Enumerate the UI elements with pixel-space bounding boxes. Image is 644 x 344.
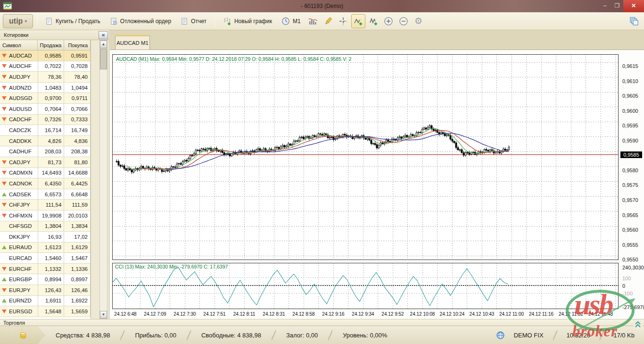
quote-bid: 16,93	[38, 232, 65, 242]
no-trend-icon	[1, 149, 7, 154]
minimize-button[interactable]: –	[599, 0, 611, 12]
zoom-out-button[interactable]	[396, 14, 411, 28]
quote-bid: 1,1332	[38, 264, 65, 274]
time-tick-label: 24.12 11:48	[583, 311, 619, 317]
quote-symbol: CADCHF	[9, 117, 32, 122]
add-oscillator-button[interactable]	[366, 14, 380, 28]
window-title: - 601193 (Demo)	[0, 0, 644, 12]
main-toolbar: utip ▾ Купить / Продать Отложенный ордер…	[0, 12, 644, 30]
no-trend-icon	[1, 139, 7, 143]
cascade-windows-button[interactable]	[628, 15, 640, 27]
quote-row-eurchf[interactable]: EURCHF1,13321,1336	[0, 264, 91, 275]
no-trend-icon	[1, 224, 7, 228]
chart-area: AUDCAD (M1) Max: 0,9594 Min: 0,9577 D: 2…	[110, 50, 644, 319]
indicators-histogram-button[interactable]	[306, 14, 320, 28]
quote-row-cadhuf[interactable]: CADHUF208,03208,38	[0, 146, 91, 157]
column-header-ask[interactable]: Покупка	[64, 40, 91, 50]
quotes-table: Символ Продажа Покупка AUDCAD0,95850,959…	[0, 40, 91, 319]
connection-globe-icon	[496, 331, 504, 339]
gear-icon: ⚙	[414, 17, 422, 25]
settings-button[interactable]: ⚙	[412, 14, 426, 28]
status-traffic: 17/0 Kb	[604, 332, 644, 339]
buy-sell-button[interactable]: Купить / Продать	[41, 14, 105, 28]
menu-label: utip	[9, 17, 23, 25]
quote-row-cadnok[interactable]: CADNOK6,43506,4425	[0, 178, 91, 189]
status-profit: Прибыль: 0,00	[124, 332, 187, 339]
histogram-icon	[308, 17, 318, 25]
quote-row-euraud[interactable]: EURAUD1,61231,6129	[0, 243, 91, 253]
quote-ask: 1,6129	[64, 243, 91, 253]
price-tick-label: 0,9595	[622, 123, 644, 128]
quote-row-eurcad[interactable]: EURCAD1,54601,5467	[0, 253, 91, 264]
new-chart-button[interactable]: Новый график	[219, 14, 276, 28]
quote-row-chfsgd[interactable]: CHFSGD1,38041,3834	[0, 221, 91, 232]
quote-row-cadchf[interactable]: CADCHF0,73260,7333	[0, 115, 91, 126]
quote-row-dkkjpy[interactable]: DKKJPY16,9317,02	[0, 232, 91, 243]
price-chart-canvas[interactable]: AUDCAD (M1) Max: 0,9594 Min: 0,9577 D: 2…	[112, 54, 619, 260]
quote-row-chfmxn[interactable]: CHFMXN19,990820,0103	[0, 210, 91, 221]
add-indicator-button[interactable]	[351, 14, 365, 28]
quote-row-cadsek[interactable]: CADSEK6,65736,6648	[0, 189, 91, 200]
scroll-up-button[interactable]: ▲	[100, 41, 107, 48]
cci-tick-label: -100	[622, 291, 644, 296]
quote-row-audcad[interactable]: AUDCAD0,95850,9591	[0, 50, 91, 61]
menu-button[interactable]: utip ▾	[3, 14, 33, 28]
quote-row-eurjpy[interactable]: EURJPY126,43126,46	[0, 285, 91, 296]
zoom-in-button[interactable]	[381, 14, 396, 28]
trend-down-icon	[1, 267, 7, 271]
quote-symbol: CADSEK	[9, 192, 31, 197]
quote-row-eursgd[interactable]: EURSGD1,56481,5659	[0, 306, 91, 317]
cci-chart-canvas[interactable]: CCI (13) Max: 240,3030 Min: -279,6970 C:…	[112, 263, 619, 309]
scroll-thumb[interactable]	[100, 49, 107, 69]
column-header-bid[interactable]: Продажа	[38, 40, 64, 50]
draw-button[interactable]	[321, 14, 335, 28]
quote-bid: 1,5648	[38, 306, 65, 317]
quote-symbol: EURGBP	[9, 277, 32, 282]
tab-audcad-m1[interactable]: AUDCAD M1	[115, 35, 150, 50]
quote-ask: 20,0103	[64, 210, 91, 221]
quotes-body: AUDCAD0,95850,9591AUDCHF0,70220,7028AUDJ…	[0, 50, 91, 317]
pending-order-button[interactable]: Отложенный ордер	[106, 14, 175, 28]
quote-ask: 14,6688	[64, 168, 91, 178]
quote-row-caddkk[interactable]: CADDKK4,8264,836	[0, 136, 91, 147]
quote-bid: 208,03	[38, 146, 65, 157]
quote-row-audjpy[interactable]: AUDJPY78,3678,40	[0, 72, 91, 83]
report-icon	[181, 17, 188, 25]
quote-ask: 126,46	[64, 285, 91, 295]
current-price-badge: 0,9585	[620, 151, 642, 158]
quote-bid: 126,43	[38, 285, 65, 295]
trade-panel-header[interactable]: Торговля	[0, 319, 644, 326]
quote-row-audchf[interactable]: AUDCHF0,70220,7028	[0, 61, 91, 72]
column-header-symbol[interactable]: Символ	[0, 40, 38, 50]
cascade-windows-icon	[629, 17, 639, 26]
quote-bid: 81,73	[38, 157, 65, 168]
quote-symbol: CADHUF	[9, 149, 32, 154]
quote-row-audnzd[interactable]: AUDNZD1,04831,0494	[0, 83, 91, 93]
quote-row-eurnzd[interactable]: EURNZD1,69111,6922	[0, 296, 91, 307]
quote-row-chfjpy[interactable]: CHFJPY111,54111,59	[0, 200, 91, 210]
trend-down-icon	[1, 107, 7, 111]
quote-row-cadczk[interactable]: CADCZK16,71416,749	[0, 125, 91, 136]
quote-ask: 1,6922	[64, 296, 91, 306]
restore-button[interactable]: ❐	[611, 0, 623, 12]
quote-row-cadmxn[interactable]: CADMXN14,649314,6688	[0, 168, 91, 179]
quotes-scrollbar[interactable]: ▲ ▼	[99, 40, 107, 319]
expand-panel-button[interactable]	[633, 319, 643, 329]
quote-row-eurgbp[interactable]: EURGBP0,89940,8997	[0, 274, 91, 285]
quote-ask: 1,5467	[64, 253, 91, 263]
scroll-down-button[interactable]: ▼	[100, 311, 107, 319]
quote-ask: 4,836	[64, 136, 91, 146]
quote-symbol: AUDUSD	[9, 106, 32, 112]
status-level: Уровень: 0,00%	[332, 332, 397, 339]
quote-row-audsgd[interactable]: AUDSGD0,97000,9711	[0, 93, 91, 104]
quote-row-cadjpy[interactable]: CADJPY81,7381,80	[0, 157, 91, 168]
status-time: 10:52:20	[557, 332, 600, 339]
crosshair-button[interactable]	[336, 14, 350, 28]
close-button[interactable]: ✕	[623, 0, 644, 12]
collapse-panel-button[interactable]: «	[99, 31, 108, 39]
quote-ask: 111,59	[64, 200, 91, 210]
quote-bid: 1,0483	[38, 83, 65, 93]
report-button[interactable]: Отчет	[176, 14, 211, 28]
quote-row-audusd[interactable]: AUDUSD0,70640,7066	[0, 104, 91, 115]
timeframe-button[interactable]: M1	[277, 14, 305, 28]
